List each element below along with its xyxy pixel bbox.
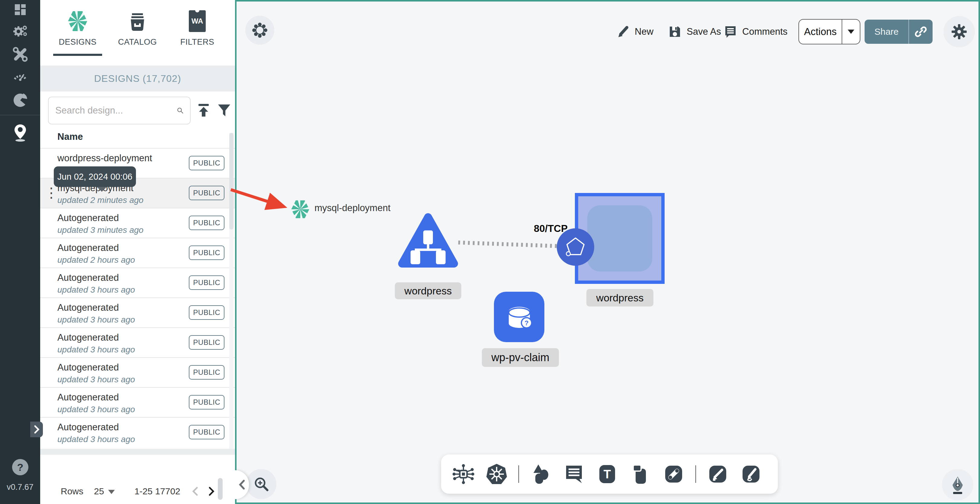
- design-name: Autogenerated: [57, 213, 119, 223]
- text-tool-icon[interactable]: T: [596, 463, 619, 486]
- design-list-item[interactable]: ⋮ Autogenerated updated 3 hours ago PUBL…: [40, 267, 235, 297]
- meshery-kanvas-app: ? v0.7.67 DESIGNS CATALOG WA: [0, 0, 980, 504]
- list-cut-band: [40, 449, 235, 455]
- design-list-item[interactable]: ⋮ Autogenerated updated 3 hours ago PUBL…: [40, 387, 235, 417]
- toolbar-divider: [695, 465, 696, 483]
- settings-button[interactable]: [943, 16, 975, 48]
- design-updated: updated 3 hours ago: [57, 315, 135, 324]
- design-mode-button[interactable]: [942, 469, 974, 500]
- actions-dropdown-icon[interactable]: [842, 30, 860, 34]
- help-button[interactable]: ?: [12, 459, 29, 475]
- performance-gauge-icon[interactable]: [0, 68, 40, 83]
- design-canvas[interactable]: New Save As Comments Actions Share: [235, 0, 980, 504]
- frame-tool-icon[interactable]: [629, 463, 652, 486]
- panel-collapse-handle[interactable]: [235, 470, 249, 499]
- pagination-bar: Rows 25 1-25 17702: [40, 483, 235, 501]
- tab-filters[interactable]: WA FILTERS: [170, 6, 224, 57]
- freehand-draw-tool-icon[interactable]: [740, 463, 762, 486]
- meshery-logo-icon: [68, 6, 88, 32]
- prev-page-icon[interactable]: [191, 486, 200, 499]
- service-node-wordpress[interactable]: [398, 213, 458, 269]
- tab-designs[interactable]: DESIGNS: [51, 6, 105, 57]
- share-button[interactable]: Share: [865, 20, 932, 44]
- save-icon: [668, 25, 682, 39]
- tab-catalog[interactable]: CATALOG: [110, 6, 165, 57]
- designs-count-header: DESIGNS (17,702): [40, 65, 235, 92]
- import-design-icon[interactable]: [195, 102, 212, 119]
- rows-label: Rows: [61, 486, 83, 496]
- gear-icon: [951, 24, 967, 40]
- name-column-header: Name: [57, 131, 83, 142]
- design-updated: updated 3 minutes ago: [57, 225, 143, 235]
- page-range: 1-25 17702: [134, 486, 180, 496]
- design-list-item[interactable]: ⋮ Autogenerated updated 2 hours ago PUBL…: [40, 238, 235, 267]
- kanvas-pin-icon[interactable]: [0, 123, 40, 142]
- filter-funnel-icon[interactable]: [215, 102, 233, 119]
- new-button[interactable]: New: [617, 20, 654, 43]
- pencil-icon: [617, 25, 630, 38]
- service-node-label: wordpress: [395, 282, 461, 299]
- rows-per-page-select[interactable]: 25: [94, 486, 115, 496]
- design-name: wordpress-deployment: [57, 153, 152, 164]
- design-updated: updated 2 hours ago: [57, 255, 135, 265]
- visibility-badge: PUBLIC: [189, 395, 224, 410]
- search-icon[interactable]: [177, 103, 184, 118]
- visibility-badge: PUBLIC: [189, 275, 224, 290]
- visibility-badge: PUBLIC: [189, 156, 224, 170]
- meshery-design-node-icon[interactable]: [291, 200, 310, 219]
- design-list-item[interactable]: ⋮ Autogenerated updated 3 hours ago PUBL…: [40, 357, 235, 387]
- designs-panel: DESIGNS CATALOG WA FILTERS DESIGNS: [40, 0, 235, 504]
- volume-cylinder-icon: ?: [503, 300, 536, 334]
- toolbar-divider: [519, 465, 519, 483]
- visibility-badge: PUBLIC: [189, 365, 224, 380]
- pvc-node-wp-pv-claim[interactable]: ?: [494, 292, 544, 342]
- actions-button[interactable]: Actions: [799, 19, 861, 45]
- list-scrollbar-thumb[interactable]: [229, 133, 234, 229]
- design-name: Autogenerated: [57, 362, 119, 373]
- shapes-tool-icon[interactable]: [529, 463, 552, 486]
- component-shapes-tool-icon[interactable]: [452, 463, 475, 486]
- svg-text:T: T: [604, 467, 611, 481]
- pvc-node-label: wp-pv-claim: [482, 348, 559, 367]
- zoom-in-button[interactable]: [246, 469, 277, 499]
- annotation-tool-icon[interactable]: [563, 463, 585, 486]
- design-list-item[interactable]: ⋮ Autogenerated updated 3 hours ago PUBL…: [40, 328, 235, 357]
- configuration-tools-icon[interactable]: [0, 46, 40, 63]
- comments-button[interactable]: Comments: [724, 20, 788, 43]
- visibility-badge: PUBLIC: [189, 335, 224, 350]
- canvas-menu-button[interactable]: [245, 16, 274, 45]
- design-updated: updated 3 hours ago: [57, 434, 135, 444]
- pen-nib-icon: [949, 475, 966, 494]
- save-as-button[interactable]: Save As: [668, 20, 721, 43]
- pen-arrow-tool-icon[interactable]: [706, 463, 729, 486]
- design-updated: updated 3 hours ago: [57, 405, 135, 414]
- next-page-icon[interactable]: [207, 486, 216, 499]
- design-name: Autogenerated: [57, 302, 119, 313]
- visibility-badge: PUBLIC: [189, 425, 224, 439]
- lifecycle-gears-icon[interactable]: [0, 23, 40, 40]
- design-list-item[interactable]: ⋮ Autogenerated updated 3 minutes ago PU…: [40, 208, 235, 238]
- design-node-label: mysql-deployment: [315, 203, 391, 213]
- mesh-dots-icon: [252, 22, 268, 38]
- visibility-badge: PUBLIC: [189, 216, 224, 230]
- design-name: Autogenerated: [57, 272, 119, 283]
- visibility-badge: PUBLIC: [189, 245, 224, 260]
- design-list-item[interactable]: ⋮ Autogenerated updated 3 hours ago PUBL…: [40, 417, 235, 447]
- copy-link-icon[interactable]: [909, 25, 932, 38]
- search-input[interactable]: [55, 105, 177, 116]
- dashboard-icon[interactable]: [0, 2, 40, 17]
- pod-endpoint-icon[interactable]: [557, 228, 594, 266]
- design-updated: updated 3 hours ago: [57, 375, 135, 385]
- design-list-item[interactable]: ⋮ Autogenerated updated 3 hours ago PUBL…: [40, 297, 235, 328]
- canvas-toolbar: T: [441, 455, 778, 494]
- visibility-badge: PUBLIC: [189, 186, 224, 200]
- comment-icon: [724, 25, 737, 39]
- design-updated: updated 3 hours ago: [57, 345, 135, 355]
- wasm-filter-icon: WA: [189, 6, 206, 32]
- extensions-icon[interactable]: [0, 92, 40, 109]
- sidebar-expand-handle[interactable]: [30, 421, 43, 437]
- design-name: Autogenerated: [57, 392, 119, 403]
- catalog-archive-icon: [128, 6, 147, 32]
- relationship-tool-icon[interactable]: [662, 463, 685, 486]
- kubernetes-tool-icon[interactable]: [485, 463, 508, 486]
